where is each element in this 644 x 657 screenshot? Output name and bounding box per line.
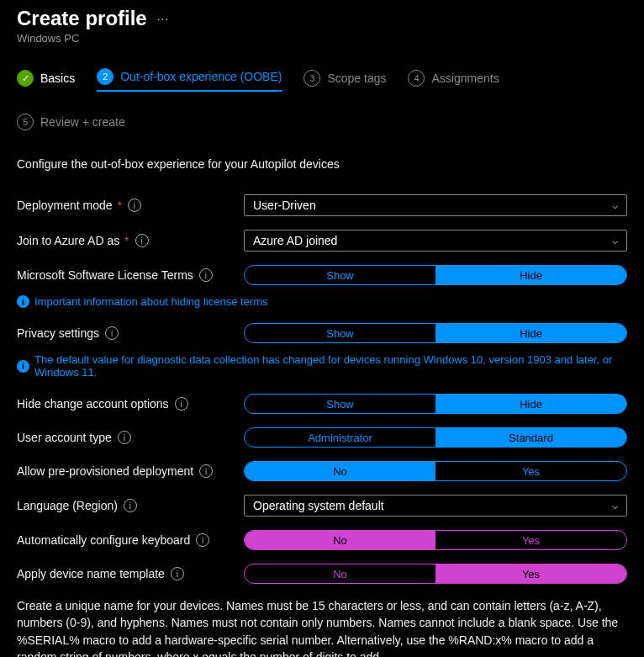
- toggle-option-yes[interactable]: Yes: [435, 564, 626, 583]
- label-privacy: Privacy settings i: [17, 326, 244, 340]
- toggle-option-admin[interactable]: Administrator: [245, 428, 435, 447]
- tab-label: Review + create: [40, 115, 125, 129]
- label-text: Join to Azure AD as: [17, 234, 119, 247]
- page-subtitle: Windows PC: [17, 32, 627, 45]
- tab-label: Out-of-box experience (OOBE): [120, 70, 282, 83]
- toggle-allow-pre[interactable]: No Yes: [244, 461, 627, 481]
- label-text: Automatically configure keyboard: [17, 533, 190, 547]
- info-icon[interactable]: i: [105, 326, 119, 340]
- toggle-privacy[interactable]: Show Hide: [244, 323, 627, 343]
- note-text[interactable]: Important information about hiding licen…: [34, 295, 267, 308]
- select-value: Operating system default: [253, 499, 384, 512]
- label-deployment-mode: Deployment mode * i: [17, 199, 244, 212]
- label-auto-keyboard: Automatically configure keyboard i: [17, 533, 244, 547]
- info-icon[interactable]: i: [128, 199, 141, 212]
- tab-label: Assignments: [431, 72, 499, 85]
- info-icon[interactable]: i: [199, 268, 213, 282]
- tab-review-create[interactable]: 5 Review + create: [17, 114, 125, 134]
- label-hide-change: Hide change account options i: [17, 397, 244, 411]
- info-icon[interactable]: i: [135, 234, 149, 247]
- section-intro: Configure the out-of-box experience for …: [17, 157, 627, 171]
- label-join-aad: Join to Azure AD as * i: [17, 234, 244, 247]
- select-join-aad[interactable]: Azure AD joined ⌵: [244, 230, 627, 252]
- chevron-down-icon: ⌵: [612, 199, 618, 211]
- note-license: i Important information about hiding lic…: [17, 295, 627, 308]
- chevron-down-icon: ⌵: [612, 500, 618, 511]
- toggle-option-show[interactable]: Show: [245, 324, 435, 342]
- info-icon[interactable]: i: [199, 464, 213, 478]
- toggle-option-yes[interactable]: Yes: [435, 462, 626, 480]
- step-number-icon: 3: [304, 70, 320, 87]
- toggle-option-yes[interactable]: Yes: [435, 531, 626, 549]
- tab-oobe[interactable]: 2 Out-of-box experience (OOBE): [97, 68, 282, 92]
- label-user-account: User account type i: [17, 431, 244, 444]
- note-text[interactable]: The default value for diagnostic data co…: [34, 353, 627, 379]
- select-language[interactable]: Operating system default ⌵: [244, 495, 627, 517]
- toggle-option-no[interactable]: No: [245, 564, 435, 583]
- template-description: Create a unique name for your devices. N…: [17, 597, 627, 657]
- page-title: Create profile: [17, 7, 147, 30]
- info-icon[interactable]: i: [196, 533, 209, 547]
- toggle-option-standard[interactable]: Standard: [435, 428, 626, 447]
- label-language: Language (Region) i: [17, 499, 244, 512]
- info-icon[interactable]: i: [175, 397, 188, 411]
- step-number-icon: 4: [408, 70, 425, 87]
- chevron-down-icon: ⌵: [612, 235, 618, 246]
- toggle-option-hide[interactable]: Hide: [435, 266, 626, 284]
- step-done-icon: ✓: [17, 70, 34, 87]
- tab-label: Scope tags: [327, 72, 386, 85]
- label-text: Allow pre-provisioned deployment: [17, 464, 193, 478]
- label-text: Deployment mode: [17, 199, 113, 212]
- label-text: Microsoft Software License Terms: [17, 268, 193, 282]
- step-number-icon: 5: [17, 114, 34, 130]
- toggle-option-no[interactable]: No: [245, 531, 435, 549]
- info-icon: i: [17, 360, 29, 373]
- toggle-hide-change[interactable]: Show Hide: [244, 394, 627, 414]
- label-text: Apply device name template: [17, 567, 165, 580]
- select-value: Azure AD joined: [253, 234, 337, 247]
- toggle-option-show[interactable]: Show: [245, 395, 435, 413]
- toggle-option-no[interactable]: No: [245, 462, 435, 480]
- label-apply-template: Apply device name template i: [17, 567, 244, 580]
- select-value: User-Driven: [253, 199, 316, 212]
- toggle-auto-keyboard[interactable]: No Yes: [244, 530, 627, 550]
- label-text: Language (Region): [17, 499, 118, 512]
- info-icon[interactable]: i: [124, 499, 137, 512]
- step-number-icon: 2: [97, 68, 113, 85]
- toggle-option-hide[interactable]: Hide: [435, 395, 626, 413]
- label-text: Hide change account options: [17, 397, 169, 411]
- info-icon[interactable]: i: [171, 567, 184, 580]
- info-icon: i: [17, 295, 29, 308]
- toggle-license-terms[interactable]: Show Hide: [244, 265, 627, 285]
- info-icon[interactable]: i: [118, 431, 131, 444]
- tab-basics[interactable]: ✓ Basics: [17, 70, 75, 90]
- toggle-user-account[interactable]: Administrator Standard: [244, 427, 627, 448]
- toggle-apply-template[interactable]: No Yes: [244, 564, 627, 584]
- note-privacy: i The default value for diagnostic data …: [17, 353, 627, 379]
- label-text: User account type: [17, 431, 112, 444]
- tab-scope-tags[interactable]: 3 Scope tags: [304, 70, 386, 90]
- label-license-terms: Microsoft Software License Terms i: [17, 268, 244, 282]
- wizard-tabs: ✓ Basics 2 Out-of-box experience (OOBE) …: [17, 68, 627, 134]
- tab-assignments[interactable]: 4 Assignments: [408, 70, 499, 90]
- label-allow-pre: Allow pre-provisioned deployment i: [17, 464, 244, 478]
- tab-label: Basics: [40, 72, 75, 85]
- label-text: Privacy settings: [17, 326, 99, 340]
- toggle-option-show[interactable]: Show: [245, 266, 435, 284]
- more-icon[interactable]: ···: [157, 12, 170, 25]
- toggle-option-hide[interactable]: Hide: [435, 324, 626, 342]
- select-deployment-mode[interactable]: User-Driven ⌵: [244, 194, 627, 216]
